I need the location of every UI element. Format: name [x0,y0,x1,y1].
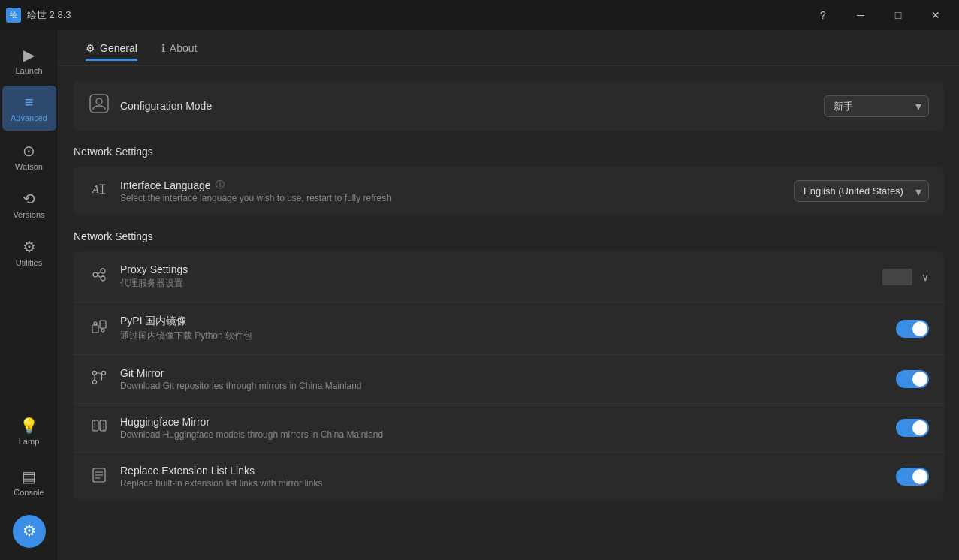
content-area: ⚙ General ℹ About [59,30,959,560]
sidebar-label-console: Console [14,488,44,497]
tabbar: ⚙ General ℹ About [59,30,959,66]
tab-general[interactable]: ⚙ General [74,36,149,60]
svg-rect-9 [100,321,106,328]
pypi-toggle-track [896,320,929,338]
git-mirror-row: Git Mirror Download Git repositories thr… [74,355,944,404]
pypi-mirror-title: PyPI 国内镜像 [120,315,252,328]
interface-language-title: Interface Language ⓘ [120,179,391,191]
svg-point-13 [102,371,106,375]
utilities-icon: ⚙ [23,238,36,256]
console-icon: ▤ [22,468,36,486]
sidebar-label-versions: Versions [13,210,44,219]
proxy-settings-row: Proxy Settings 代理服务器设置 ∨ [74,251,944,303]
watson-icon: ⊙ [23,142,35,160]
settings-icon: ⚙ [23,522,36,540]
git-mirror-info: Git Mirror Download Git repositories thr… [120,367,361,391]
versions-icon: ⟲ [23,190,35,208]
app-title: 绘世 2.8.3 [27,8,71,22]
svg-line-6 [98,272,101,275]
pypi-mirror-subtitle: 通过国内镜像下载 Python 软件包 [120,330,252,342]
advanced-icon: ≡ [25,94,34,111]
config-mode-icon [89,93,110,119]
titlebar-left: 绘 绘世 2.8.3 [6,8,71,23]
minimize-button[interactable]: ─ [843,4,878,26]
config-mode-title: Configuration Mode [120,100,212,112]
proxy-expand-icon[interactable]: ∨ [921,271,929,283]
app-icon: 绘 [6,8,21,23]
network-settings-header-1: Network Settings [74,146,944,158]
main-layout: ▶ Launch ≡ Advanced ⊙ Watson ⟲ Versions … [0,30,959,560]
config-mode-select[interactable]: 新手 高手 专家 [824,95,929,117]
proxy-right: ∨ [882,269,929,285]
scroll-area: Configuration Mode 新手 高手 专家 Network Sett… [59,66,959,560]
titlebar: 绘 绘世 2.8.3 ? ─ □ ✕ [0,0,959,30]
replace-extension-icon [89,466,110,488]
svg-point-11 [101,329,104,332]
sidebar-label-advanced: Advanced [11,113,47,122]
sidebar-item-watson[interactable]: ⊙ Watson [2,134,56,179]
huggingface-mirror-subtitle: Download Huggingface models through mirr… [120,429,383,440]
sidebar-label-lamp: Lamp [19,437,40,446]
sidebar-item-launch[interactable]: ▶ Launch [2,38,56,83]
sidebar-label-launch: Launch [15,66,42,75]
svg-rect-15 [92,420,98,431]
network-settings-block-1: A Interface Language ⓘ Select the interf… [74,167,944,215]
launch-icon: ▶ [23,46,35,64]
svg-point-3 [93,272,98,277]
huggingface-mirror-info: Huggingface Mirror Download Huggingface … [120,416,383,440]
proxy-settings-icon [89,266,110,288]
sidebar: ▶ Launch ≡ Advanced ⊙ Watson ⟲ Versions … [0,30,59,560]
sidebar-bottom: 💡 Lamp ▤ Console ⚙ [0,408,58,552]
replace-extension-toggle-track [896,468,929,486]
network-settings-header-2: Network Settings [74,230,944,242]
pypi-mirror-row: PyPI 国内镜像 通过国内镜像下载 Python 软件包 [74,303,944,355]
huggingface-mirror-toggle[interactable] [896,419,929,437]
sidebar-item-utilities[interactable]: ⚙ Utilities [2,230,56,275]
tab-about[interactable]: ℹ About [149,36,210,60]
sidebar-item-advanced[interactable]: ≡ Advanced [2,86,56,131]
git-mirror-left: Git Mirror Download Git repositories thr… [89,367,361,391]
interface-language-left: A Interface Language ⓘ Select the interf… [89,179,391,203]
interface-language-subtitle: Select the interface language you wish t… [120,193,391,203]
proxy-settings-info: Proxy Settings 代理服务器设置 [120,263,188,290]
huggingface-mirror-left: Huggingface Mirror Download Huggingface … [89,416,383,440]
sidebar-item-settings[interactable]: ⚙ [13,515,46,548]
lamp-icon: 💡 [20,417,38,435]
proxy-settings-title: Proxy Settings [120,263,188,275]
titlebar-controls: ? ─ □ ✕ [806,4,953,26]
sidebar-item-console[interactable]: ▤ Console [2,459,56,504]
pypi-mirror-left: PyPI 国内镜像 通过国内镜像下载 Python 软件包 [89,315,252,342]
git-toggle-track [896,370,929,388]
svg-point-1 [96,98,102,104]
replace-extension-left: Replace Extension List Links Replace bui… [89,465,322,489]
git-mirror-title: Git Mirror [120,367,361,379]
config-mode-select-wrapper: 新手 高手 专家 [824,95,929,117]
replace-extension-subtitle: Replace built-in extension list links wi… [120,478,322,489]
svg-point-10 [94,322,97,325]
close-button[interactable]: ✕ [918,4,953,26]
maximize-button[interactable]: □ [881,4,915,26]
huggingface-mirror-row: Huggingface Mirror Download Huggingface … [74,404,944,453]
proxy-settings-left: Proxy Settings 代理服务器设置 [89,263,188,290]
git-mirror-subtitle: Download Git repositories through mirror… [120,381,361,391]
language-select[interactable]: English (United States) 中文 (简体) [794,180,929,202]
svg-rect-8 [92,325,98,333]
pypi-mirror-toggle[interactable] [896,320,929,338]
sidebar-item-lamp[interactable]: 💡 Lamp [2,408,56,453]
proxy-indicator [882,269,912,285]
svg-point-4 [101,269,105,273]
sidebar-item-versions[interactable]: ⟲ Versions [2,182,56,227]
svg-point-12 [93,371,97,375]
sidebar-label-utilities: Utilities [16,258,42,267]
svg-point-14 [93,380,97,384]
svg-point-5 [101,276,105,281]
sidebar-label-watson: Watson [15,162,43,171]
pypi-mirror-icon [89,318,110,339]
git-mirror-icon [89,369,110,390]
replace-extension-toggle[interactable] [896,468,929,486]
git-mirror-toggle[interactable] [896,370,929,388]
config-left: Configuration Mode [89,93,212,119]
interface-language-info-icon[interactable]: ⓘ [216,179,225,191]
help-button[interactable]: ? [806,4,840,26]
proxy-settings-subtitle: 代理服务器设置 [120,277,188,290]
